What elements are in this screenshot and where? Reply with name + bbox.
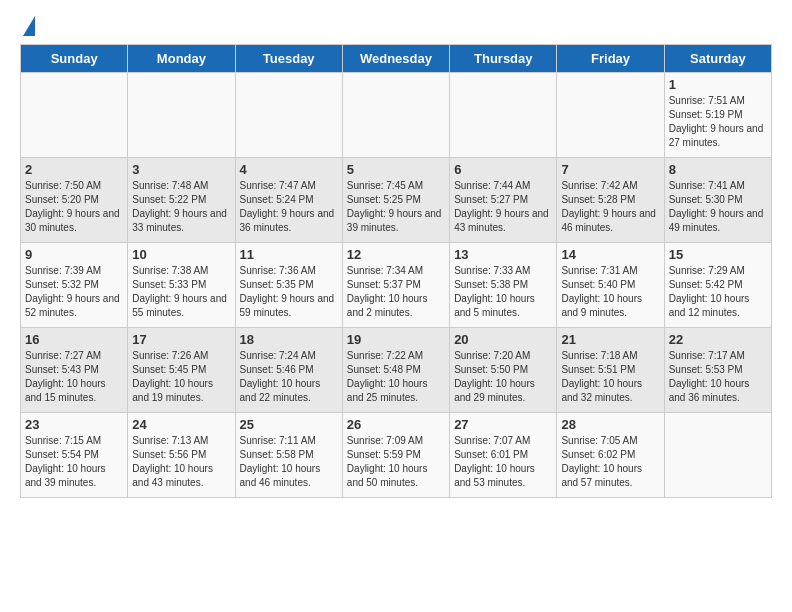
calendar-cell — [450, 73, 557, 158]
day-number: 19 — [347, 332, 445, 347]
calendar-table: SundayMondayTuesdayWednesdayThursdayFrid… — [20, 44, 772, 498]
day-number: 11 — [240, 247, 338, 262]
calendar-cell — [235, 73, 342, 158]
day-number: 10 — [132, 247, 230, 262]
calendar-cell: 24Sunrise: 7:13 AM Sunset: 5:56 PM Dayli… — [128, 413, 235, 498]
column-header-wednesday: Wednesday — [342, 45, 449, 73]
day-info: Sunrise: 7:22 AM Sunset: 5:48 PM Dayligh… — [347, 349, 445, 405]
calendar-cell — [557, 73, 664, 158]
calendar-cell: 19Sunrise: 7:22 AM Sunset: 5:48 PM Dayli… — [342, 328, 449, 413]
calendar-cell: 23Sunrise: 7:15 AM Sunset: 5:54 PM Dayli… — [21, 413, 128, 498]
day-number: 4 — [240, 162, 338, 177]
day-info: Sunrise: 7:17 AM Sunset: 5:53 PM Dayligh… — [669, 349, 767, 405]
day-number: 17 — [132, 332, 230, 347]
calendar-cell: 27Sunrise: 7:07 AM Sunset: 6:01 PM Dayli… — [450, 413, 557, 498]
day-info: Sunrise: 7:20 AM Sunset: 5:50 PM Dayligh… — [454, 349, 552, 405]
calendar-cell: 5Sunrise: 7:45 AM Sunset: 5:25 PM Daylig… — [342, 158, 449, 243]
day-info: Sunrise: 7:51 AM Sunset: 5:19 PM Dayligh… — [669, 94, 767, 150]
day-number: 14 — [561, 247, 659, 262]
day-number: 16 — [25, 332, 123, 347]
day-number: 15 — [669, 247, 767, 262]
column-header-friday: Friday — [557, 45, 664, 73]
day-info: Sunrise: 7:42 AM Sunset: 5:28 PM Dayligh… — [561, 179, 659, 235]
column-header-thursday: Thursday — [450, 45, 557, 73]
day-info: Sunrise: 7:34 AM Sunset: 5:37 PM Dayligh… — [347, 264, 445, 320]
day-info: Sunrise: 7:47 AM Sunset: 5:24 PM Dayligh… — [240, 179, 338, 235]
day-info: Sunrise: 7:07 AM Sunset: 6:01 PM Dayligh… — [454, 434, 552, 490]
calendar-cell: 18Sunrise: 7:24 AM Sunset: 5:46 PM Dayli… — [235, 328, 342, 413]
day-info: Sunrise: 7:11 AM Sunset: 5:58 PM Dayligh… — [240, 434, 338, 490]
day-number: 25 — [240, 417, 338, 432]
page-header — [20, 20, 772, 34]
day-info: Sunrise: 7:39 AM Sunset: 5:32 PM Dayligh… — [25, 264, 123, 320]
day-number: 22 — [669, 332, 767, 347]
calendar-cell: 17Sunrise: 7:26 AM Sunset: 5:45 PM Dayli… — [128, 328, 235, 413]
day-number: 28 — [561, 417, 659, 432]
calendar-cell: 28Sunrise: 7:05 AM Sunset: 6:02 PM Dayli… — [557, 413, 664, 498]
day-number: 21 — [561, 332, 659, 347]
day-number: 3 — [132, 162, 230, 177]
column-header-saturday: Saturday — [664, 45, 771, 73]
calendar-cell: 6Sunrise: 7:44 AM Sunset: 5:27 PM Daylig… — [450, 158, 557, 243]
day-info: Sunrise: 7:41 AM Sunset: 5:30 PM Dayligh… — [669, 179, 767, 235]
day-number: 8 — [669, 162, 767, 177]
calendar-cell: 7Sunrise: 7:42 AM Sunset: 5:28 PM Daylig… — [557, 158, 664, 243]
calendar-cell: 2Sunrise: 7:50 AM Sunset: 5:20 PM Daylig… — [21, 158, 128, 243]
day-number: 18 — [240, 332, 338, 347]
calendar-cell — [21, 73, 128, 158]
day-number: 5 — [347, 162, 445, 177]
calendar-cell: 9Sunrise: 7:39 AM Sunset: 5:32 PM Daylig… — [21, 243, 128, 328]
day-info: Sunrise: 7:24 AM Sunset: 5:46 PM Dayligh… — [240, 349, 338, 405]
column-header-monday: Monday — [128, 45, 235, 73]
calendar-cell: 11Sunrise: 7:36 AM Sunset: 5:35 PM Dayli… — [235, 243, 342, 328]
logo — [20, 20, 35, 34]
day-info: Sunrise: 7:33 AM Sunset: 5:38 PM Dayligh… — [454, 264, 552, 320]
day-info: Sunrise: 7:27 AM Sunset: 5:43 PM Dayligh… — [25, 349, 123, 405]
day-info: Sunrise: 7:05 AM Sunset: 6:02 PM Dayligh… — [561, 434, 659, 490]
day-info: Sunrise: 7:31 AM Sunset: 5:40 PM Dayligh… — [561, 264, 659, 320]
calendar-cell: 21Sunrise: 7:18 AM Sunset: 5:51 PM Dayli… — [557, 328, 664, 413]
column-header-tuesday: Tuesday — [235, 45, 342, 73]
day-info: Sunrise: 7:18 AM Sunset: 5:51 PM Dayligh… — [561, 349, 659, 405]
calendar-cell: 8Sunrise: 7:41 AM Sunset: 5:30 PM Daylig… — [664, 158, 771, 243]
day-number: 23 — [25, 417, 123, 432]
calendar-cell — [342, 73, 449, 158]
day-number: 9 — [25, 247, 123, 262]
calendar-cell: 15Sunrise: 7:29 AM Sunset: 5:42 PM Dayli… — [664, 243, 771, 328]
day-info: Sunrise: 7:36 AM Sunset: 5:35 PM Dayligh… — [240, 264, 338, 320]
day-number: 2 — [25, 162, 123, 177]
day-info: Sunrise: 7:44 AM Sunset: 5:27 PM Dayligh… — [454, 179, 552, 235]
day-number: 20 — [454, 332, 552, 347]
calendar-cell — [664, 413, 771, 498]
day-number: 7 — [561, 162, 659, 177]
day-number: 13 — [454, 247, 552, 262]
day-info: Sunrise: 7:29 AM Sunset: 5:42 PM Dayligh… — [669, 264, 767, 320]
calendar-cell: 4Sunrise: 7:47 AM Sunset: 5:24 PM Daylig… — [235, 158, 342, 243]
column-header-sunday: Sunday — [21, 45, 128, 73]
calendar-cell: 16Sunrise: 7:27 AM Sunset: 5:43 PM Dayli… — [21, 328, 128, 413]
day-info: Sunrise: 7:50 AM Sunset: 5:20 PM Dayligh… — [25, 179, 123, 235]
day-number: 12 — [347, 247, 445, 262]
calendar-cell: 1Sunrise: 7:51 AM Sunset: 5:19 PM Daylig… — [664, 73, 771, 158]
day-number: 24 — [132, 417, 230, 432]
day-number: 26 — [347, 417, 445, 432]
day-info: Sunrise: 7:45 AM Sunset: 5:25 PM Dayligh… — [347, 179, 445, 235]
calendar-cell: 26Sunrise: 7:09 AM Sunset: 5:59 PM Dayli… — [342, 413, 449, 498]
logo-icon — [23, 16, 35, 36]
day-info: Sunrise: 7:09 AM Sunset: 5:59 PM Dayligh… — [347, 434, 445, 490]
day-number: 27 — [454, 417, 552, 432]
day-number: 1 — [669, 77, 767, 92]
calendar-cell: 22Sunrise: 7:17 AM Sunset: 5:53 PM Dayli… — [664, 328, 771, 413]
day-info: Sunrise: 7:38 AM Sunset: 5:33 PM Dayligh… — [132, 264, 230, 320]
day-info: Sunrise: 7:15 AM Sunset: 5:54 PM Dayligh… — [25, 434, 123, 490]
day-info: Sunrise: 7:26 AM Sunset: 5:45 PM Dayligh… — [132, 349, 230, 405]
day-info: Sunrise: 7:13 AM Sunset: 5:56 PM Dayligh… — [132, 434, 230, 490]
calendar-cell: 3Sunrise: 7:48 AM Sunset: 5:22 PM Daylig… — [128, 158, 235, 243]
calendar-cell: 14Sunrise: 7:31 AM Sunset: 5:40 PM Dayli… — [557, 243, 664, 328]
calendar-cell: 13Sunrise: 7:33 AM Sunset: 5:38 PM Dayli… — [450, 243, 557, 328]
calendar-cell: 12Sunrise: 7:34 AM Sunset: 5:37 PM Dayli… — [342, 243, 449, 328]
calendar-cell — [128, 73, 235, 158]
calendar-cell: 25Sunrise: 7:11 AM Sunset: 5:58 PM Dayli… — [235, 413, 342, 498]
calendar-cell: 20Sunrise: 7:20 AM Sunset: 5:50 PM Dayli… — [450, 328, 557, 413]
day-number: 6 — [454, 162, 552, 177]
